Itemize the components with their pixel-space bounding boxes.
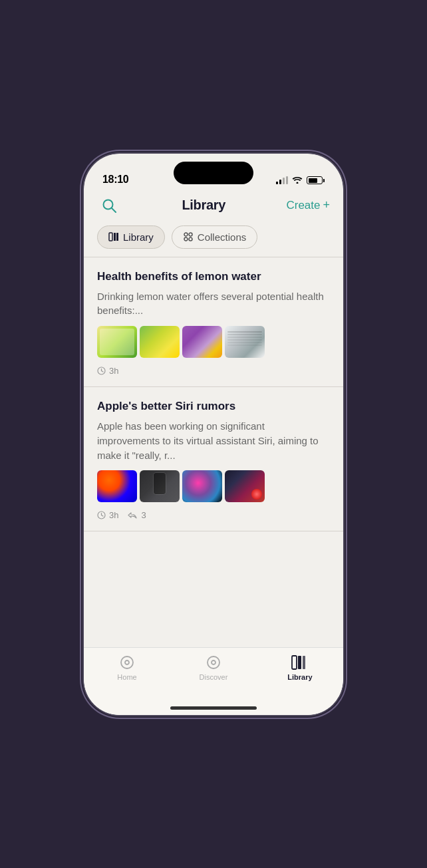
svg-rect-2 [109,233,112,241]
dynamic-island [174,162,253,184]
home-indicator [84,702,343,715]
thumbnail [140,470,180,502]
svg-line-14 [102,515,104,517]
nav-discover-label: Discover [200,673,228,681]
thumbnail [225,470,265,502]
item-thumbnails [97,470,330,502]
svg-point-5 [184,233,188,236]
search-icon [102,198,116,213]
list-item[interactable]: Apple's better Siri rumors Apple has bee… [84,387,343,531]
svg-rect-21 [303,656,305,669]
content-area: Health benefits of lemon water Drinking … [84,257,343,647]
svg-point-18 [212,660,215,664]
share-count: 3 [141,510,146,520]
home-icon [119,654,135,670]
create-button[interactable]: Create + [286,198,330,212]
signal-icon [276,176,288,184]
clock-icon [97,511,106,519]
nav-home-label: Home [117,673,136,681]
share-icon [128,511,138,519]
svg-line-11 [102,371,104,372]
collections-tab-icon [183,231,194,242]
clock-icon [97,366,106,375]
nav-home[interactable]: Home [104,654,150,681]
svg-rect-20 [298,656,301,669]
svg-rect-4 [116,233,118,241]
item-description: Drinking lemon water offers several pote… [97,289,330,319]
svg-line-1 [112,208,116,212]
thumbnail [97,326,137,358]
nav-library-label: Library [287,673,312,681]
tab-library-label: Library [123,231,154,243]
time-value: 3h [109,366,118,376]
svg-point-16 [125,660,129,664]
thumbnail [140,326,180,358]
item-title: Health benefits of lemon water [97,269,330,284]
nav-discover[interactable]: Discover [190,654,237,681]
thumbnail [97,470,137,502]
item-meta: 3h 3 [97,510,330,520]
svg-point-17 [208,656,219,668]
time-meta: 3h [97,366,118,376]
create-plus-icon: + [323,198,330,212]
item-thumbnails [97,326,330,358]
svg-rect-19 [292,656,297,669]
home-bar [170,706,257,710]
status-icons [276,176,325,186]
tab-collections-label: Collections [198,231,246,243]
library-nav-icon [291,654,309,670]
list-item[interactable]: Health benefits of lemon water Drinking … [84,257,343,387]
share-meta: 3 [128,510,146,520]
thumbnail [182,326,222,358]
time-meta: 3h [97,510,118,520]
create-label: Create [286,199,320,212]
tab-collections[interactable]: Collections [172,225,257,249]
thumbnail [225,326,265,358]
svg-point-8 [189,237,192,241]
battery-icon [307,176,325,184]
time-value: 3h [109,510,118,520]
item-description: Apple has been working on significant im… [97,419,330,462]
item-divider [84,531,343,531]
library-tab-icon [108,231,119,242]
app-header: Library Create + [84,191,343,225]
item-meta: 3h [97,366,330,376]
svg-point-15 [121,656,133,668]
wifi-icon [292,176,303,186]
item-title: Apple's better Siri rumors [97,399,330,414]
thumbnail [182,470,222,502]
svg-point-6 [189,233,192,236]
discover-icon [206,654,221,670]
nav-library[interactable]: Library [277,654,323,681]
tab-library[interactable]: Library [97,225,165,249]
bottom-nav: Home Discover Library [84,647,343,702]
tab-bar: Library Collections [84,225,343,257]
status-time: 18:10 [102,174,128,186]
svg-rect-3 [114,233,116,241]
search-button[interactable] [97,194,121,217]
page-title: Library [182,198,225,213]
svg-point-7 [184,237,188,241]
